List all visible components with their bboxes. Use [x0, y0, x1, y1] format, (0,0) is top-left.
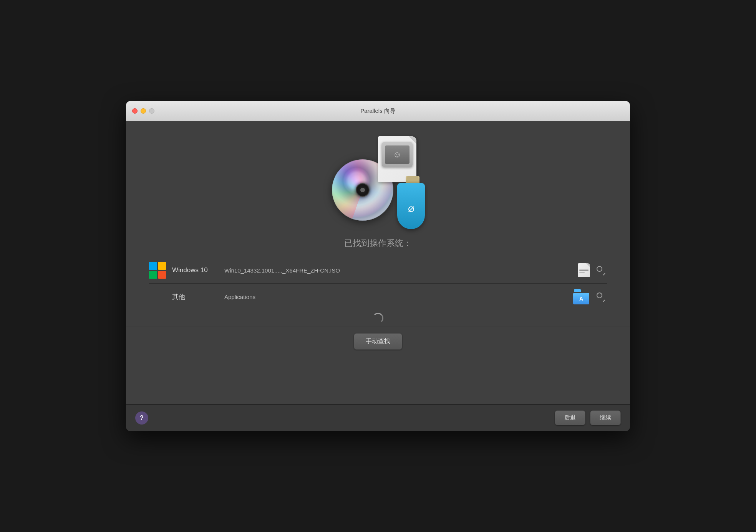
applications-label: Applications — [224, 294, 573, 300]
main-window: Parallels 向导 — [126, 101, 630, 431]
os-list: Windows 10 Win10_14332.1001....._X64FRE_… — [126, 257, 630, 310]
manual-search-button[interactable]: 手动查找 — [354, 333, 402, 350]
other-search-button[interactable] — [595, 291, 607, 303]
os-row-windows: Windows 10 Win10_14332.1001....._X64FRE_… — [149, 257, 607, 284]
usb-icon: ⌀ — [397, 175, 428, 225]
windows-name: Windows 10 — [172, 266, 218, 274]
windows-actions — [578, 263, 607, 277]
manual-search-area: 手动查找 — [354, 327, 402, 356]
continue-button[interactable]: 继续 — [590, 410, 621, 425]
other-icon — [149, 288, 166, 305]
close-button[interactable] — [132, 108, 138, 114]
minimize-button[interactable] — [141, 108, 146, 114]
back-button[interactable]: 后退 — [555, 410, 585, 425]
help-button[interactable]: ? — [135, 411, 148, 425]
windows-doc-icon[interactable] — [578, 263, 590, 277]
other-name: 其他 — [172, 292, 218, 301]
loading-spinner-area — [373, 310, 383, 327]
windows-filename: Win10_14332.1001....._X64FRE_ZH-CN.ISO — [224, 267, 578, 274]
hero-illustration: ☺ ⌀ — [324, 129, 432, 228]
traffic-lights — [132, 108, 154, 114]
titlebar: Parallels 向导 — [126, 101, 630, 121]
other-actions: A — [573, 289, 607, 304]
content-area: ☺ ⌀ 已找到操作系统： — [126, 121, 630, 404]
bottom-bar: ? 后退 继续 — [126, 404, 630, 431]
loading-spinner — [373, 313, 383, 324]
os-row-other: 其他 Applications A — [149, 284, 607, 310]
applications-folder-icon[interactable]: A — [573, 289, 590, 304]
windows-logo — [149, 262, 166, 279]
subtitle-text: 已找到操作系统： — [344, 238, 412, 249]
windows-search-button[interactable] — [595, 264, 607, 276]
nav-buttons: 后退 继续 — [555, 410, 621, 425]
window-title: Parallels 向导 — [360, 107, 396, 115]
maximize-button[interactable] — [149, 108, 154, 114]
